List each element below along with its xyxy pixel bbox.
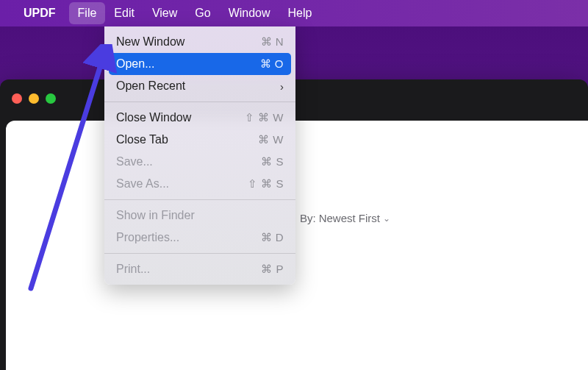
menu-show-in-finder: Show in Finder: [104, 204, 295, 227]
menu-item-shortcut: ⌘ S: [261, 155, 284, 168]
menu-window[interactable]: Window: [220, 2, 279, 24]
menu-save-as: Save As... ⇧ ⌘ S: [104, 173, 295, 195]
menu-item-label: New Window: [116, 35, 184, 49]
menu-item-label: Open Recent: [116, 79, 185, 93]
menu-separator: [104, 199, 295, 200]
menu-item-label: Open...: [116, 57, 154, 71]
menu-item-shortcut: ⇧ ⌘ S: [248, 177, 284, 191]
menu-close-tab[interactable]: Close Tab ⌘ W: [104, 129, 295, 151]
traffic-light-close[interactable]: [12, 93, 22, 104]
menu-item-label: Print...: [116, 263, 150, 276]
menu-item-label: Close Window: [116, 111, 191, 124]
menu-view[interactable]: View: [143, 2, 186, 24]
menu-item-label: Save As...: [116, 177, 169, 191]
menu-item-label: Close Tab: [116, 133, 168, 146]
menu-help[interactable]: Help: [279, 2, 321, 24]
menu-properties: Properties... ⌘ D: [104, 227, 295, 249]
menu-item-label: Save...: [116, 155, 153, 168]
menu-separator: [104, 253, 295, 254]
chevron-down-icon: ⌄: [383, 213, 390, 224]
sort-dropdown[interactable]: By: Newest First ⌄: [300, 212, 390, 224]
menu-item-shortcut: ⌘ N: [261, 35, 284, 49]
menu-item-shortcut: ⌘ W: [258, 133, 284, 146]
menu-item-shortcut: ⌘ P: [261, 263, 284, 276]
file-menu-dropdown: New Window ⌘ N Open... ⌘ O Open Recent ›…: [104, 26, 295, 285]
menu-open-recent[interactable]: Open Recent ›: [104, 75, 295, 97]
menu-item-shortcut: ⌘ D: [261, 231, 284, 244]
menu-print: Print... ⌘ P: [104, 258, 295, 280]
traffic-light-zoom[interactable]: [46, 93, 56, 104]
content-area: By: Newest First ⌄: [6, 121, 588, 370]
menu-separator: [104, 102, 295, 102]
menu-item-shortcut: ⌘ O: [260, 57, 284, 71]
menu-close-window[interactable]: Close Window ⇧ ⌘ W: [104, 107, 295, 129]
menu-edit[interactable]: Edit: [105, 2, 143, 24]
menu-new-window[interactable]: New Window ⌘ N: [104, 31, 295, 53]
menu-open[interactable]: Open... ⌘ O: [109, 53, 291, 75]
app-name[interactable]: UPDF: [21, 7, 59, 20]
menu-file[interactable]: File: [69, 2, 106, 24]
traffic-light-minimize[interactable]: [29, 93, 39, 104]
menu-item-label: Properties...: [116, 231, 179, 244]
menubar: UPDF File Edit View Go Window Help: [0, 0, 588, 26]
menu-item-label: Show in Finder: [116, 209, 195, 222]
sort-value: Newest First: [319, 212, 380, 224]
chevron-right-icon: ›: [280, 80, 284, 93]
sort-prefix: By:: [300, 212, 316, 224]
menu-item-shortcut: ⇧ ⌘ W: [245, 111, 284, 124]
menu-go[interactable]: Go: [186, 2, 219, 24]
menu-save: Save... ⌘ S: [104, 151, 295, 173]
